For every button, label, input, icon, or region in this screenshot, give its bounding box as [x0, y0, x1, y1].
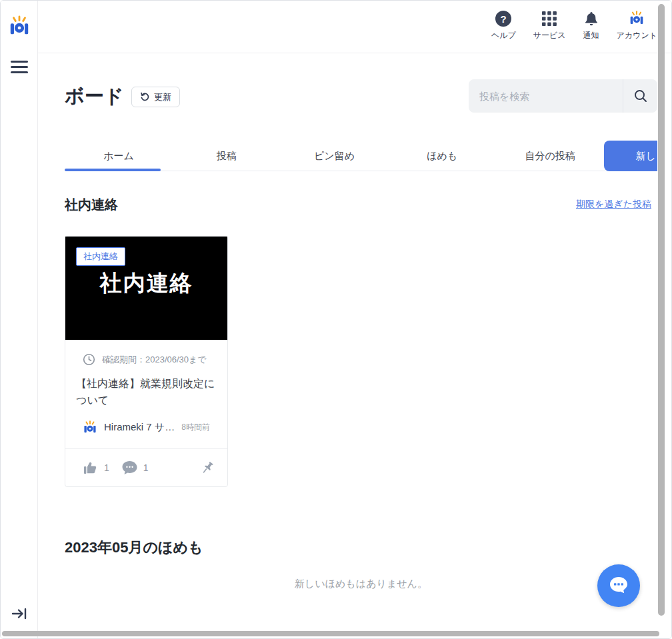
notification-bell-icon [583, 9, 599, 27]
tab-home[interactable]: ホーム [65, 141, 173, 171]
post-author-row: Hirameki 7 サ… 8時間前 [83, 420, 217, 435]
internal-section-title: 社内連絡 [65, 196, 118, 214]
help-label: ヘルプ [491, 30, 516, 41]
services-grid-icon [541, 9, 557, 27]
chat-fab-button[interactable] [597, 564, 640, 607]
tab-homemo[interactable]: ほめも [388, 141, 496, 171]
post-card-footer: 1 1 [65, 448, 227, 486]
notifications-button[interactable]: 通知 [583, 9, 599, 41]
post-time: 8時間前 [181, 422, 210, 433]
clock-icon [83, 353, 95, 366]
expired-posts-link[interactable]: 期限を過ぎた投稿 [576, 199, 657, 211]
search-button[interactable] [623, 79, 657, 113]
app-window: ? ヘルプ サービス [0, 0, 672, 639]
confirm-period-row: 確認期間：2023/06/30まで [83, 353, 217, 366]
services-button[interactable]: サービス [533, 9, 566, 41]
new-post-button[interactable]: 新し [604, 141, 657, 171]
account-button[interactable]: アカウント [617, 9, 657, 41]
hirameki-logo-icon[interactable] [8, 15, 31, 38]
tab-my-posts[interactable]: 自分の投稿 [496, 141, 604, 171]
homemo-empty-message: 新しいほめもはありません。 [65, 578, 657, 590]
post-card[interactable]: 社内連絡 社内連絡 確認期間：2023/06/30まで 【社内連絡】就業規則改定… [65, 236, 228, 487]
post-card-body: 確認期間：2023/06/30まで 【社内連絡】就業規則改定について [65, 340, 227, 435]
search-box [469, 79, 657, 113]
chat-bubble-icon [607, 574, 631, 598]
comment-icon[interactable] [121, 460, 138, 476]
search-input[interactable] [469, 79, 623, 113]
menu-hamburger-icon[interactable] [11, 61, 28, 74]
like-icon[interactable] [83, 460, 99, 475]
comment-count: 1 [143, 462, 149, 473]
refresh-label: 更新 [154, 91, 171, 103]
vertical-scrollbar[interactable] [658, 4, 665, 616]
tab-pinned[interactable]: ピン留め [281, 141, 389, 171]
account-logo-icon [629, 9, 645, 27]
refresh-icon [140, 92, 150, 102]
refresh-button[interactable]: 更新 [131, 87, 180, 107]
author-avatar-logo-icon [83, 420, 97, 435]
homemo-section-title: 2023年05月のほめも [65, 538, 203, 558]
sidebar-expand-icon[interactable] [10, 604, 29, 623]
board-tabs: ホーム 投稿 ピン留め ほめも 自分の投稿 新し [65, 141, 657, 171]
services-label: サービス [533, 30, 566, 41]
post-card-image: 社内連絡 社内連絡 [65, 237, 227, 340]
top-header: ? ヘルプ サービス [38, 1, 672, 53]
sidebar [1, 1, 38, 638]
help-button[interactable]: ? ヘルプ [491, 9, 516, 41]
post-title: 【社内連絡】就業規則改定について [76, 376, 217, 409]
page-title: ボード [65, 83, 123, 110]
pin-icon[interactable] [199, 460, 215, 476]
search-icon [633, 89, 648, 103]
header-nav: ? ヘルプ サービス [491, 9, 657, 41]
post-image-text: 社内連絡 [65, 269, 227, 299]
account-label: アカウント [617, 30, 657, 41]
svg-text:?: ? [501, 13, 507, 24]
help-icon: ? [495, 9, 512, 27]
post-category-badge: 社内連絡 [76, 247, 125, 266]
notifications-label: 通知 [583, 30, 599, 41]
horizontal-scrollbar[interactable] [2, 631, 659, 636]
post-author-name: Hirameki 7 サ… [104, 421, 175, 434]
like-count: 1 [104, 462, 109, 473]
confirm-period-text: 確認期間：2023/06/30まで [102, 354, 207, 366]
tab-posts[interactable]: 投稿 [173, 141, 281, 171]
